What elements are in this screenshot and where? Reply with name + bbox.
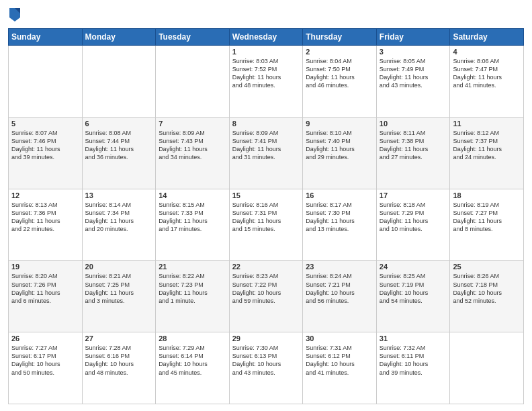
day-number: 27: [85, 334, 153, 342]
day-cell: 29Sunrise: 7:30 AM Sunset: 6:13 PM Dayli…: [229, 332, 303, 404]
day-cell: 7Sunrise: 8:09 AM Sunset: 7:43 PM Daylig…: [156, 117, 230, 189]
day-info: Sunrise: 8:07 AM Sunset: 7:46 PM Dayligh…: [11, 129, 79, 162]
day-info: Sunrise: 8:17 AM Sunset: 7:30 PM Dayligh…: [306, 201, 373, 234]
day-cell: 19Sunrise: 8:20 AM Sunset: 7:26 PM Dayli…: [9, 261, 83, 332]
day-number: 24: [380, 263, 447, 271]
day-info: Sunrise: 7:27 AM Sunset: 6:17 PM Dayligh…: [11, 344, 79, 377]
day-cell: 17Sunrise: 8:18 AM Sunset: 7:29 PM Dayli…: [376, 189, 450, 261]
week-row-5: 26Sunrise: 7:27 AM Sunset: 6:17 PM Dayli…: [9, 332, 524, 404]
day-cell: 6Sunrise: 8:08 AM Sunset: 7:44 PM Daylig…: [82, 117, 156, 189]
day-number: 20: [85, 263, 153, 271]
day-cell: 20Sunrise: 8:21 AM Sunset: 7:25 PM Dayli…: [82, 261, 156, 332]
day-cell: 9Sunrise: 8:10 AM Sunset: 7:40 PM Daylig…: [303, 117, 377, 189]
day-info: Sunrise: 8:09 AM Sunset: 7:43 PM Dayligh…: [159, 129, 226, 162]
day-number: 6: [85, 120, 153, 128]
day-number: 17: [380, 191, 447, 199]
weekday-monday: Monday: [82, 29, 156, 46]
day-cell: 31Sunrise: 7:32 AM Sunset: 6:11 PM Dayli…: [376, 332, 450, 404]
day-number: 14: [159, 191, 226, 199]
day-number: 31: [380, 334, 447, 342]
day-info: Sunrise: 8:23 AM Sunset: 7:22 PM Dayligh…: [232, 272, 300, 305]
day-info: Sunrise: 7:28 AM Sunset: 6:16 PM Dayligh…: [85, 344, 153, 377]
day-info: Sunrise: 8:10 AM Sunset: 7:40 PM Dayligh…: [306, 129, 373, 162]
day-info: Sunrise: 8:18 AM Sunset: 7:29 PM Dayligh…: [380, 201, 447, 234]
day-info: Sunrise: 8:22 AM Sunset: 7:23 PM Dayligh…: [159, 272, 226, 305]
day-number: 25: [453, 263, 521, 271]
day-number: 13: [85, 191, 153, 199]
calendar-container: SundayMondayTuesdayWednesdayThursdayFrid…: [0, 0, 532, 411]
day-cell: 26Sunrise: 7:27 AM Sunset: 6:17 PM Dayli…: [9, 332, 83, 404]
day-cell: 24Sunrise: 8:25 AM Sunset: 7:19 PM Dayli…: [376, 261, 450, 332]
weekday-thursday: Thursday: [303, 29, 377, 46]
day-info: Sunrise: 7:31 AM Sunset: 6:12 PM Dayligh…: [306, 344, 373, 377]
day-info: Sunrise: 8:16 AM Sunset: 7:31 PM Dayligh…: [232, 201, 300, 234]
day-info: Sunrise: 8:03 AM Sunset: 7:52 PM Dayligh…: [232, 57, 300, 90]
weekday-saturday: Saturday: [450, 29, 524, 46]
day-cell: 10Sunrise: 8:11 AM Sunset: 7:38 PM Dayli…: [376, 117, 450, 189]
day-cell: 2Sunrise: 8:04 AM Sunset: 7:50 PM Daylig…: [303, 46, 377, 118]
day-cell: [156, 46, 230, 118]
week-row-3: 12Sunrise: 8:13 AM Sunset: 7:36 PM Dayli…: [9, 189, 524, 261]
day-number: 29: [232, 334, 300, 342]
logo-icon: [8, 7, 21, 23]
day-number: 15: [232, 191, 300, 199]
day-info: Sunrise: 8:21 AM Sunset: 7:25 PM Dayligh…: [85, 272, 153, 305]
weekday-header-row: SundayMondayTuesdayWednesdayThursdayFrid…: [9, 29, 524, 46]
day-info: Sunrise: 8:09 AM Sunset: 7:41 PM Dayligh…: [232, 129, 300, 162]
day-number: 10: [380, 120, 447, 128]
day-number: 16: [306, 191, 373, 199]
day-info: Sunrise: 7:30 AM Sunset: 6:13 PM Dayligh…: [232, 344, 300, 377]
day-number: 26: [11, 334, 79, 342]
day-number: 9: [306, 120, 373, 128]
day-info: Sunrise: 8:05 AM Sunset: 7:49 PM Dayligh…: [380, 57, 447, 90]
day-cell: 16Sunrise: 8:17 AM Sunset: 7:30 PM Dayli…: [303, 189, 377, 261]
day-cell: 30Sunrise: 7:31 AM Sunset: 6:12 PM Dayli…: [303, 332, 377, 404]
day-number: 21: [159, 263, 226, 271]
day-cell: 28Sunrise: 7:29 AM Sunset: 6:14 PM Dayli…: [156, 332, 230, 404]
day-number: 18: [453, 191, 521, 199]
day-info: Sunrise: 8:11 AM Sunset: 7:38 PM Dayligh…: [380, 129, 447, 162]
day-cell: 22Sunrise: 8:23 AM Sunset: 7:22 PM Dayli…: [229, 261, 303, 332]
day-info: Sunrise: 8:25 AM Sunset: 7:19 PM Dayligh…: [380, 272, 447, 305]
day-cell: 18Sunrise: 8:19 AM Sunset: 7:27 PM Dayli…: [450, 189, 524, 261]
day-cell: [9, 46, 83, 118]
day-number: 2: [306, 48, 373, 56]
day-info: Sunrise: 8:04 AM Sunset: 7:50 PM Dayligh…: [306, 57, 373, 90]
day-cell: 4Sunrise: 8:06 AM Sunset: 7:47 PM Daylig…: [450, 46, 524, 118]
day-cell: 25Sunrise: 8:26 AM Sunset: 7:18 PM Dayli…: [450, 261, 524, 332]
day-number: 3: [380, 48, 447, 56]
week-row-2: 5Sunrise: 8:07 AM Sunset: 7:46 PM Daylig…: [9, 117, 524, 189]
day-cell: 21Sunrise: 8:22 AM Sunset: 7:23 PM Dayli…: [156, 261, 230, 332]
day-number: 8: [232, 120, 300, 128]
day-number: 11: [453, 120, 521, 128]
day-info: Sunrise: 8:08 AM Sunset: 7:44 PM Dayligh…: [85, 129, 153, 162]
day-info: Sunrise: 8:12 AM Sunset: 7:37 PM Dayligh…: [453, 129, 521, 162]
day-cell: 13Sunrise: 8:14 AM Sunset: 7:34 PM Dayli…: [82, 189, 156, 261]
day-cell: [450, 332, 524, 404]
day-info: Sunrise: 8:14 AM Sunset: 7:34 PM Dayligh…: [85, 201, 153, 234]
day-cell: 1Sunrise: 8:03 AM Sunset: 7:52 PM Daylig…: [229, 46, 303, 118]
weekday-wednesday: Wednesday: [229, 29, 303, 46]
day-cell: 11Sunrise: 8:12 AM Sunset: 7:37 PM Dayli…: [450, 117, 524, 189]
day-cell: 3Sunrise: 8:05 AM Sunset: 7:49 PM Daylig…: [376, 46, 450, 118]
day-number: 22: [232, 263, 300, 271]
week-row-1: 1Sunrise: 8:03 AM Sunset: 7:52 PM Daylig…: [9, 46, 524, 118]
day-info: Sunrise: 7:29 AM Sunset: 6:14 PM Dayligh…: [159, 344, 226, 377]
weekday-tuesday: Tuesday: [156, 29, 230, 46]
weekday-friday: Friday: [376, 29, 450, 46]
day-info: Sunrise: 8:06 AM Sunset: 7:47 PM Dayligh…: [453, 57, 521, 90]
day-cell: 14Sunrise: 8:15 AM Sunset: 7:33 PM Dayli…: [156, 189, 230, 261]
day-cell: [82, 46, 156, 118]
day-cell: 15Sunrise: 8:16 AM Sunset: 7:31 PM Dayli…: [229, 189, 303, 261]
day-cell: 27Sunrise: 7:28 AM Sunset: 6:16 PM Dayli…: [82, 332, 156, 404]
day-info: Sunrise: 7:32 AM Sunset: 6:11 PM Dayligh…: [380, 344, 447, 377]
day-info: Sunrise: 8:24 AM Sunset: 7:21 PM Dayligh…: [306, 272, 373, 305]
day-cell: 12Sunrise: 8:13 AM Sunset: 7:36 PM Dayli…: [9, 189, 83, 261]
week-row-4: 19Sunrise: 8:20 AM Sunset: 7:26 PM Dayli…: [9, 261, 524, 332]
weekday-sunday: Sunday: [9, 29, 83, 46]
day-cell: 23Sunrise: 8:24 AM Sunset: 7:21 PM Dayli…: [303, 261, 377, 332]
logo: [8, 7, 24, 23]
day-number: 30: [306, 334, 373, 342]
day-number: 12: [11, 191, 79, 199]
day-number: 28: [159, 334, 226, 342]
